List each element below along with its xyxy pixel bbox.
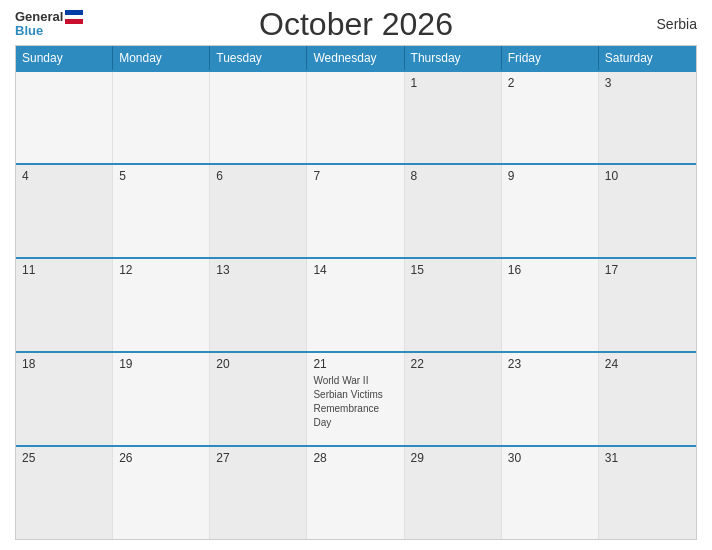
header-saturday: Saturday (599, 46, 696, 70)
day-cell (113, 72, 210, 164)
day-cell-5: 5 (113, 165, 210, 257)
day-cell-9: 9 (502, 165, 599, 257)
day-number: 14 (313, 263, 397, 277)
day-cell-19: 19 (113, 353, 210, 445)
month-title: October 2026 (259, 6, 453, 43)
day-cell-17: 17 (599, 259, 696, 351)
day-cell-6: 6 (210, 165, 307, 257)
day-number: 4 (22, 169, 106, 183)
week-2: 4 5 6 7 8 9 10 (16, 163, 696, 257)
day-number: 8 (411, 169, 495, 183)
day-cell-21: 21 World War II Serbian Victims Remembra… (307, 353, 404, 445)
day-number: 10 (605, 169, 690, 183)
day-number: 16 (508, 263, 592, 277)
header-sunday: Sunday (16, 46, 113, 70)
day-number: 9 (508, 169, 592, 183)
day-number: 1 (411, 76, 495, 90)
day-cell-22: 22 (405, 353, 502, 445)
day-cell-8: 8 (405, 165, 502, 257)
day-number: 12 (119, 263, 203, 277)
day-cell-18: 18 (16, 353, 113, 445)
day-number: 20 (216, 357, 300, 371)
day-number: 3 (605, 76, 690, 90)
day-number: 6 (216, 169, 300, 183)
day-cell-20: 20 (210, 353, 307, 445)
day-number: 17 (605, 263, 690, 277)
day-cell-10: 10 (599, 165, 696, 257)
day-number: 15 (411, 263, 495, 277)
day-number: 19 (119, 357, 203, 371)
day-number: 27 (216, 451, 300, 465)
country-label: Serbia (657, 16, 697, 32)
day-number: 18 (22, 357, 106, 371)
day-cell-12: 12 (113, 259, 210, 351)
day-number: 23 (508, 357, 592, 371)
calendar-page: General Blue October 2026 Serbia Sunday … (0, 0, 712, 550)
event-wwii: World War II Serbian Victims Remembrance… (313, 375, 382, 428)
day-cell-15: 15 (405, 259, 502, 351)
day-cell-13: 13 (210, 259, 307, 351)
calendar-grid: Sunday Monday Tuesday Wednesday Thursday… (15, 45, 697, 540)
day-number: 29 (411, 451, 495, 465)
day-cell-25: 25 (16, 447, 113, 539)
day-cell-4: 4 (16, 165, 113, 257)
day-cell-1: 1 (405, 72, 502, 164)
day-number: 2 (508, 76, 592, 90)
day-number: 22 (411, 357, 495, 371)
day-number: 7 (313, 169, 397, 183)
day-number: 21 (313, 357, 397, 371)
day-cell-7: 7 (307, 165, 404, 257)
day-number: 28 (313, 451, 397, 465)
day-cell (16, 72, 113, 164)
day-number: 26 (119, 451, 203, 465)
week-1: 1 2 3 (16, 70, 696, 164)
day-cell-23: 23 (502, 353, 599, 445)
day-headers-row: Sunday Monday Tuesday Wednesday Thursday… (16, 46, 696, 70)
day-cell-26: 26 (113, 447, 210, 539)
header-monday: Monday (113, 46, 210, 70)
day-cell-29: 29 (405, 447, 502, 539)
logo-flag-icon (65, 10, 83, 24)
day-number: 31 (605, 451, 690, 465)
header-friday: Friday (502, 46, 599, 70)
logo-general-text: General (15, 10, 63, 24)
day-cell-28: 28 (307, 447, 404, 539)
day-cell-27: 27 (210, 447, 307, 539)
day-number: 13 (216, 263, 300, 277)
day-number: 24 (605, 357, 690, 371)
day-cell-24: 24 (599, 353, 696, 445)
weeks-container: 1 2 3 4 5 6 (16, 70, 696, 539)
day-number: 11 (22, 263, 106, 277)
logo: General Blue (15, 10, 83, 39)
day-cell-2: 2 (502, 72, 599, 164)
week-5: 25 26 27 28 29 30 31 (16, 445, 696, 539)
header: General Blue October 2026 Serbia (15, 10, 697, 39)
logo-blue-text: Blue (15, 24, 83, 38)
day-cell-30: 30 (502, 447, 599, 539)
week-4: 18 19 20 21 World War II Serbian Victims… (16, 351, 696, 445)
header-tuesday: Tuesday (210, 46, 307, 70)
day-cell-31: 31 (599, 447, 696, 539)
header-thursday: Thursday (405, 46, 502, 70)
day-number: 25 (22, 451, 106, 465)
day-cell (210, 72, 307, 164)
day-cell (307, 72, 404, 164)
week-3: 11 12 13 14 15 16 17 (16, 257, 696, 351)
day-cell-3: 3 (599, 72, 696, 164)
day-cell-11: 11 (16, 259, 113, 351)
day-number: 30 (508, 451, 592, 465)
header-wednesday: Wednesday (307, 46, 404, 70)
day-number: 5 (119, 169, 203, 183)
day-cell-16: 16 (502, 259, 599, 351)
day-cell-14: 14 (307, 259, 404, 351)
